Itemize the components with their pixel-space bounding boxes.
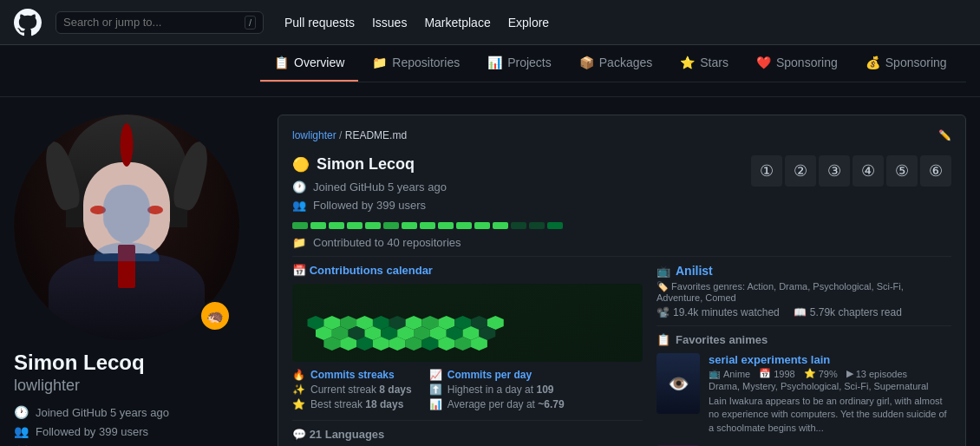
- contributed-info-2: 📁 Contributed to 40 repositories: [292, 236, 737, 249]
- anilist-header: 📺 Anilist: [657, 264, 951, 278]
- packages-icon: 📦: [579, 56, 594, 69]
- sponsoring-heart-icon: ❤️: [756, 56, 771, 69]
- search-slash-key: /: [245, 16, 256, 30]
- tab-repositories[interactable]: 📁 Repositories: [358, 45, 474, 82]
- book-icon: 📖: [794, 306, 807, 318]
- readme-header: lowlighter / README.md ✏️: [292, 129, 951, 141]
- tab-sponsoring-money[interactable]: 💰 Sponsoring: [852, 45, 961, 82]
- contribution-grid-3d: [292, 284, 643, 362]
- content-grid: 📅 Contributions calendar: [292, 264, 951, 446]
- char-icon-2: ②: [785, 155, 816, 187]
- right-panel: 📺 Anilist 🏷️ Favorites genres: Action, D…: [657, 264, 951, 446]
- people-icon: 👥: [14, 424, 29, 438]
- github-logo[interactable]: [14, 9, 42, 36]
- top-icons-row: ① ② ③ ④ ⑤ ⑥: [751, 155, 951, 187]
- languages-title: 💬 21 Languages: [292, 428, 643, 441]
- tab-overview[interactable]: 📋 Overview: [260, 45, 358, 82]
- left-panel: 📅 Contributions calendar: [292, 264, 643, 446]
- tab-stars[interactable]: ⭐ Stars: [666, 45, 742, 82]
- stars-icon: ⭐: [680, 56, 695, 69]
- profile-name: Simon Lecoq: [14, 351, 257, 375]
- content-area: lowlighter / README.md ✏️ 🟡 Simon Lecoq …: [278, 115, 966, 446]
- favorites-animes-title: 📋 Favorites animes: [657, 333, 951, 346]
- calendar-icon: 📅: [292, 264, 306, 277]
- star-icon-sm: ⭐: [804, 368, 816, 379]
- readme-path: lowlighter / README.md: [292, 129, 407, 141]
- search-bar[interactable]: /: [56, 11, 264, 34]
- streak-icon: ✨: [292, 384, 305, 396]
- commits-per-day-col: 📈 Commits per day ⬆️ Highest in a day at…: [429, 369, 565, 413]
- commits-streaks-link[interactable]: Commits streaks: [310, 369, 395, 381]
- avatar-badge: 🦔: [199, 300, 231, 331]
- contributions-link[interactable]: Contributions calendar: [310, 264, 433, 277]
- profile-tabs: 📋 Overview 📁 Repositories 📊 Projects 📦 P…: [260, 45, 966, 82]
- anime-type-1: 📺 Anime: [709, 368, 750, 379]
- readme-top-row: 🟡 Simon Lecoq 🕐 Joined GitHub 5 years ag…: [292, 155, 951, 249]
- people-icon-2: 👥: [292, 199, 306, 212]
- clock-icon-2: 🕐: [292, 180, 306, 193]
- chapters-read: 📖 5.79k chapters read: [794, 306, 902, 318]
- tag-icon: 🏷️: [657, 281, 669, 292]
- anilist-link[interactable]: Anilist: [676, 264, 713, 278]
- char-icon-5: ⑤: [886, 155, 918, 187]
- anime-episodes-1: ▶ 13 episodes: [846, 368, 907, 379]
- tab-packages[interactable]: 📦 Packages: [565, 45, 666, 82]
- movie-icon: 📽️: [657, 306, 670, 318]
- chart-icon: 📈: [429, 369, 442, 381]
- char-icon-3: ③: [819, 155, 850, 187]
- tab-sponsoring-heart[interactable]: ❤️ Sponsoring: [742, 45, 852, 82]
- code-icon: 💬: [292, 428, 306, 441]
- main-nav: Pull requests Issues Marketplace Explore: [278, 10, 556, 35]
- readme-title: Simon Lecoq: [317, 155, 415, 174]
- search-input[interactable]: [63, 16, 239, 29]
- joined-info: 🕐 Joined GitHub 5 years ago: [14, 405, 257, 419]
- calendar-icon-sm: 📅: [759, 368, 771, 379]
- anime-thumb-1: 👁️: [657, 353, 700, 414]
- top-icons-panel: ① ② ③ ④ ⑤ ⑥: [751, 155, 951, 249]
- anime-year-1: 📅 1998: [759, 368, 794, 379]
- activity-bar: [292, 222, 737, 229]
- main-container: 🦔 Simon Lecoq lowlighter 🕐 Joined GitHub…: [0, 97, 980, 446]
- edit-icon[interactable]: ✏️: [938, 129, 951, 141]
- sidebar: 🦔 Simon Lecoq lowlighter 🕐 Joined GitHub…: [14, 115, 257, 446]
- clock-icon: 🕐: [14, 405, 29, 419]
- tab-projects[interactable]: 📊 Projects: [474, 45, 565, 82]
- nav-marketplace[interactable]: Marketplace: [417, 10, 497, 35]
- char-icon-1: ①: [751, 155, 782, 187]
- readme-card: lowlighter / README.md ✏️ 🟡 Simon Lecoq …: [278, 115, 966, 446]
- followers-info: 👥 Followed by 399 users: [14, 424, 257, 438]
- char-icon-6: ⑥: [920, 155, 951, 187]
- tv-icon-sm: 📺: [709, 368, 721, 379]
- avg-icon: 📊: [429, 398, 442, 410]
- anime-score-1: ⭐ 79%: [804, 368, 838, 379]
- languages-section: 💬 21 Languages Most used languages estim…: [292, 428, 643, 446]
- avatar-container: 🦔: [14, 115, 239, 340]
- nav-pull-requests[interactable]: Pull requests: [278, 10, 362, 35]
- minutes-watched: 📽️ 19.4k minutes watched: [657, 306, 780, 318]
- contributions-title: 📅 Contributions calendar: [292, 264, 643, 277]
- anime-title-1[interactable]: serial experiments lain: [709, 353, 830, 366]
- anime-info-1: serial experiments lain 📺 Anime 📅 1998: [709, 353, 951, 435]
- stats-row: 🔥 Commits streaks ✨ Current streak 8 day…: [292, 369, 643, 413]
- commits-per-day-link[interactable]: Commits per day: [448, 369, 532, 381]
- sponsoring-money-icon: 💰: [866, 56, 880, 69]
- repo-icon-2: 📁: [292, 236, 306, 249]
- list-icon: 📋: [657, 333, 670, 346]
- commits-streaks-col: 🔥 Commits streaks ✨ Current streak 8 day…: [292, 369, 412, 413]
- anime-card-1: 👁️ serial experiments lain 📺 Anime 📅: [657, 353, 951, 435]
- anilist-stats: 📽️ 19.4k minutes watched 📖 5.79k chapter…: [657, 306, 951, 318]
- nav-explore[interactable]: Explore: [501, 10, 556, 35]
- ep-icon: ▶: [846, 368, 853, 379]
- up-icon: ⬆️: [429, 384, 442, 396]
- nav-issues[interactable]: Issues: [365, 10, 414, 35]
- anime-tags-1: Drama, Mystery, Psychological, Sci-Fi, S…: [709, 381, 951, 391]
- tv-icon: 📺: [657, 265, 670, 278]
- anime-desc-1: Lain Iwakura appears to be an ordinary g…: [709, 395, 951, 435]
- repositories-icon: 📁: [372, 56, 387, 69]
- flame-icon: 🔥: [292, 369, 305, 381]
- profile-username: lowlighter: [14, 377, 257, 395]
- anilist-genres: 🏷️ Favorites genres: Action, Drama, Psyc…: [657, 281, 951, 303]
- char-icon-4: ④: [853, 155, 884, 187]
- header: / Pull requests Issues Marketplace Explo…: [0, 0, 980, 45]
- anime-meta-1: 📺 Anime 📅 1998 ⭐ 79%: [709, 368, 951, 379]
